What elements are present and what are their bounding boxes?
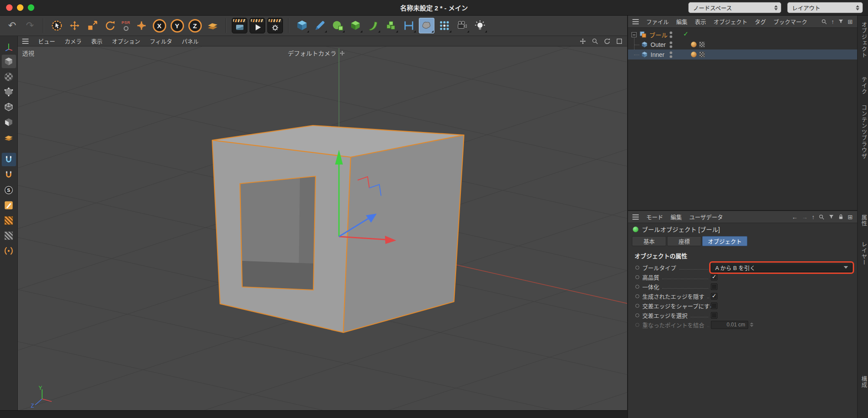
add-panel-icon[interactable]: ⊞ bbox=[848, 18, 853, 25]
optimize-points-value[interactable]: 0.01 cm bbox=[711, 321, 748, 329]
polygons-mode-button[interactable] bbox=[2, 115, 16, 129]
node-space-dropdown[interactable]: ノードスペース bbox=[688, 2, 781, 13]
field-button[interactable] bbox=[401, 18, 417, 33]
history-back-icon[interactable]: ← bbox=[792, 214, 798, 221]
points-mode-button[interactable] bbox=[2, 85, 16, 99]
object-name[interactable]: Outer bbox=[651, 41, 666, 48]
om-menu-file[interactable]: ファイル bbox=[646, 17, 669, 26]
keyframe-circle-icon[interactable] bbox=[635, 285, 639, 289]
object-enabled-dot[interactable] bbox=[633, 227, 638, 232]
edges-mode-button[interactable] bbox=[2, 100, 16, 114]
uvw-tag-icon[interactable] bbox=[699, 52, 705, 57]
lock-icon[interactable] bbox=[838, 214, 844, 220]
object-name[interactable]: Inner bbox=[651, 51, 664, 58]
tab-object[interactable]: オブジェクト bbox=[702, 236, 747, 246]
keyframe-circle-icon[interactable] bbox=[635, 266, 639, 270]
undo-button[interactable]: ↶ bbox=[4, 18, 20, 33]
break-cut-edges-checkbox[interactable] bbox=[711, 303, 717, 309]
workplane-mode-button[interactable] bbox=[2, 131, 16, 144]
modeling-palette-button-active[interactable] bbox=[419, 18, 434, 33]
render-to-picture-viewer-button[interactable] bbox=[250, 18, 265, 33]
scale-tool[interactable] bbox=[85, 18, 100, 33]
move-tool[interactable] bbox=[67, 18, 82, 33]
mograph-button[interactable] bbox=[437, 18, 452, 33]
last-tool-icon[interactable] bbox=[124, 26, 128, 31]
object-name[interactable]: ブール bbox=[649, 30, 667, 39]
menu-options[interactable]: オプション bbox=[112, 37, 140, 45]
object-row-inner[interactable]: Inner bbox=[628, 49, 857, 59]
lock-x-axis-button[interactable]: X bbox=[151, 18, 167, 33]
uvw-tag-icon[interactable] bbox=[699, 42, 705, 47]
pan-view-icon[interactable] bbox=[579, 38, 586, 45]
keyframe-circle-icon[interactable] bbox=[635, 294, 639, 298]
boole-type-dropdown[interactable]: A から B を引く bbox=[711, 263, 852, 272]
new-panel-icon[interactable]: ⊞ bbox=[848, 214, 853, 221]
filter-icon[interactable] bbox=[838, 19, 844, 24]
modeling-axis-button[interactable] bbox=[2, 39, 16, 53]
am-menu-mode[interactable]: モード bbox=[646, 213, 663, 221]
phong-tag-icon[interactable] bbox=[691, 52, 697, 57]
live-selection-tool[interactable] bbox=[49, 18, 65, 33]
scroll-to-first-icon[interactable]: ↑ bbox=[831, 18, 834, 25]
axis-band-button[interactable] bbox=[2, 244, 16, 257]
redo-button[interactable]: ↷ bbox=[22, 18, 38, 33]
om-menu-tags[interactable]: タグ bbox=[755, 17, 766, 26]
subdivision-surface-button[interactable] bbox=[330, 18, 345, 33]
menu-display[interactable]: 表示 bbox=[91, 37, 102, 45]
layout-dropdown[interactable]: レイアウト bbox=[787, 2, 863, 13]
menu-panel[interactable]: パネル bbox=[182, 37, 199, 45]
3d-scene[interactable] bbox=[18, 46, 627, 410]
lock-y-axis-button[interactable]: Y bbox=[169, 18, 185, 33]
tab-takes-vertical[interactable]: テイク bbox=[860, 76, 868, 95]
phong-tag-icon[interactable] bbox=[691, 42, 697, 47]
history-forward-icon[interactable]: → bbox=[802, 214, 808, 221]
volume-button[interactable] bbox=[383, 18, 399, 33]
rotate-tool[interactable] bbox=[102, 18, 118, 33]
om-menu-bookmarks[interactable]: ブックマーク bbox=[773, 17, 807, 26]
panel-menu-icon[interactable] bbox=[632, 214, 639, 220]
am-menu-userdata[interactable]: ユーザデータ bbox=[689, 213, 723, 221]
tab-objects-vertical[interactable]: オブジェクト bbox=[860, 22, 868, 58]
select-intersections-checkbox[interactable] bbox=[711, 312, 717, 319]
tab-coordinates[interactable]: 座標 bbox=[667, 236, 701, 246]
render-view-button[interactable] bbox=[232, 18, 247, 33]
tab-content-browser-vertical[interactable]: コンテンツブラウザ bbox=[860, 105, 868, 159]
search-icon[interactable] bbox=[819, 214, 825, 220]
stepper-icon[interactable] bbox=[750, 323, 753, 327]
lock-z-axis-button[interactable]: Z bbox=[187, 18, 203, 33]
psr-button[interactable]: PSR bbox=[122, 20, 130, 25]
snap-toggle-button[interactable] bbox=[2, 153, 16, 166]
visibility-dots[interactable] bbox=[670, 41, 672, 48]
om-menu-view[interactable]: 表示 bbox=[695, 17, 706, 26]
visibility-dots[interactable] bbox=[670, 31, 672, 38]
hide-new-edges-checkbox[interactable] bbox=[711, 293, 717, 300]
om-menu-objects[interactable]: オブジェクト bbox=[713, 17, 747, 26]
tab-structure-vertical[interactable]: 構成 bbox=[860, 376, 868, 388]
model-mode-button[interactable] bbox=[2, 55, 16, 68]
texture-mode-button[interactable] bbox=[2, 70, 16, 83]
cube-primitive-button[interactable] bbox=[294, 18, 310, 33]
keyframe-circle-icon[interactable] bbox=[635, 304, 639, 308]
modeling-settings-button[interactable]: S bbox=[2, 183, 16, 197]
render-settings-button[interactable] bbox=[267, 18, 283, 33]
camera-label[interactable]: デフォルトカメラ bbox=[288, 49, 345, 57]
generator-button[interactable] bbox=[348, 18, 363, 33]
rotate-view-icon[interactable] bbox=[604, 38, 611, 45]
light-button[interactable] bbox=[472, 18, 488, 33]
visibility-dots[interactable] bbox=[670, 51, 672, 58]
tab-attributes-vertical[interactable]: 属性 bbox=[860, 214, 868, 227]
search-icon[interactable] bbox=[821, 19, 827, 25]
am-menu-edit[interactable]: 編集 bbox=[671, 213, 682, 221]
paint-tool-button[interactable] bbox=[2, 198, 16, 212]
tab-layers-vertical[interactable]: レイヤー bbox=[860, 241, 868, 266]
panel-menu-icon[interactable] bbox=[632, 19, 639, 24]
isoline-toggle-button[interactable] bbox=[2, 214, 16, 227]
viewport-menu-icon[interactable] bbox=[22, 39, 29, 44]
parent-object-icon[interactable]: ↑ bbox=[812, 214, 815, 221]
object-row-boole[interactable]: ブール ✓ bbox=[628, 30, 857, 39]
spline-pen-button[interactable] bbox=[312, 18, 328, 33]
tab-basic[interactable]: 基本 bbox=[632, 236, 666, 246]
menu-view[interactable]: ビュー bbox=[38, 37, 55, 45]
high-quality-checkbox[interactable] bbox=[711, 274, 717, 280]
zoom-view-icon[interactable] bbox=[592, 38, 598, 45]
